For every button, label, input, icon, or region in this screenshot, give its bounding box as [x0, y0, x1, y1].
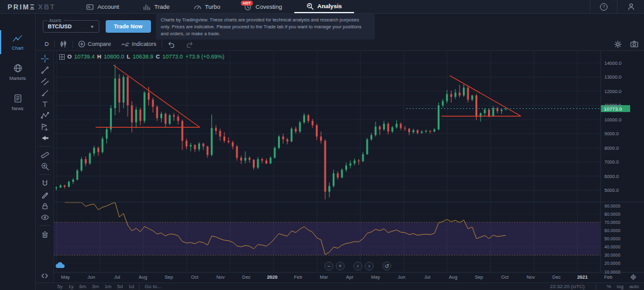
range-1d[interactable]: 1d — [128, 284, 134, 289]
drawing-toolbar — [36, 51, 54, 282]
low-value: 10638.9 — [133, 53, 153, 60]
remove-drawings[interactable] — [40, 230, 50, 238]
svg-text:2020: 2020 — [267, 274, 277, 280]
open-label: O — [67, 53, 72, 60]
tab-label: Analysis — [318, 3, 342, 9]
turbo-gauge-icon — [194, 3, 201, 11]
logo-prime-text: PRIMΞ — [8, 3, 36, 11]
assets-select[interactable]: Assets BTC/USD ▼ — [43, 20, 99, 33]
main-tabs: Account Trade Turbo HOT Covesting Analys… — [74, 0, 354, 13]
rsi-axis[interactable]: 90.000080.000070.000060.000050.000040.00… — [604, 204, 620, 274]
user-profile-button[interactable] — [617, 0, 644, 13]
indicators-wave-icon — [121, 40, 130, 48]
toolbar-divider — [39, 174, 50, 175]
zoom-in-tool[interactable] — [40, 162, 50, 170]
globe-icon — [13, 64, 23, 73]
pencil-icon — [41, 191, 49, 199]
snapshot-button[interactable] — [630, 40, 638, 48]
brush-tool[interactable] — [40, 88, 50, 97]
interval-button[interactable]: D — [40, 41, 54, 47]
compare-button[interactable]: Compare — [73, 40, 116, 48]
svg-text:90.0000: 90.0000 — [604, 204, 620, 208]
undo-button[interactable] — [162, 41, 180, 48]
ohlc-legend[interactable]: O10739.4 H10800.0 L10638.9 C10773.0 +73.… — [59, 53, 225, 60]
svg-text:10000.0: 10000.0 — [604, 117, 621, 123]
arrow-tool[interactable] — [40, 133, 50, 142]
pattern-tool[interactable] — [40, 111, 50, 120]
svg-text:12000.0: 12000.0 — [604, 89, 621, 94]
scroll-left-button[interactable]: ‹ — [353, 262, 362, 270]
svg-text:30.0000: 30.0000 — [604, 253, 620, 257]
text-tool-icon — [41, 100, 49, 108]
tab-label: Account — [97, 3, 119, 10]
goto-button[interactable]: Go to... — [145, 284, 161, 289]
clock-utc[interactable]: 22:32:20 (UTC) — [550, 284, 584, 289]
hot-badge: HOT — [241, 1, 253, 6]
trash-icon — [41, 230, 49, 238]
sidebar-item-news[interactable]: News — [0, 88, 35, 117]
rsi-band — [54, 222, 601, 255]
tab-turbo[interactable]: Turbo — [182, 0, 232, 13]
measure-tool[interactable] — [40, 150, 50, 159]
candle-style-button[interactable] — [55, 40, 72, 48]
crosshair-tool[interactable] — [40, 54, 50, 63]
primexbt-logo[interactable]: PRIMΞ XBT — [0, 0, 74, 13]
hide-drawings[interactable] — [40, 213, 50, 221]
topbar-right-actions: ? — [590, 0, 644, 13]
range-1y[interactable]: 1y — [68, 284, 73, 289]
auto-scale-button[interactable]: auto — [629, 284, 639, 289]
range-5d[interactable]: 5d — [117, 284, 123, 289]
sidebar-item-markets[interactable]: Markets — [0, 58, 35, 87]
text-tool[interactable] — [40, 99, 50, 108]
zoom-in-button[interactable]: + — [336, 262, 345, 270]
chevron-down-icon: ▼ — [90, 25, 94, 29]
channel-tool[interactable] — [40, 77, 50, 86]
time-axis-settings-icon[interactable] — [631, 274, 636, 280]
range-6m[interactable]: 6m — [79, 284, 86, 289]
chart-panel: D Compare Indicators — [36, 38, 644, 290]
tab-analysis[interactable]: Analysis — [294, 0, 354, 13]
price-chart-canvas[interactable]: 10773.014000.013000.012000.011000.010000… — [54, 51, 644, 282]
svg-text:2021: 2021 — [577, 274, 588, 280]
open-value: 10739.4 — [74, 53, 95, 60]
forecast-tool[interactable] — [40, 122, 50, 131]
collapse-arrows-icon — [40, 273, 49, 279]
top-navigation-bar: PRIMΞ XBT Account Trade Turbo HOT Covest… — [0, 0, 644, 14]
help-button[interactable]: ? — [590, 0, 617, 13]
sidebar-item-chart[interactable]: Chart — [0, 28, 35, 57]
lock-drawings[interactable] — [40, 201, 50, 210]
magnet-mode[interactable] — [40, 179, 50, 187]
drawing-mode[interactable] — [40, 190, 50, 199]
chart-navigation: − + ‹ › ↺ — [325, 262, 391, 270]
svg-text:Jul: Jul — [425, 274, 431, 280]
zoom-out-button[interactable]: − — [325, 262, 333, 270]
redo-button[interactable] — [180, 41, 199, 48]
trend-line-tool[interactable] — [40, 65, 50, 74]
indicators-label: Indicators — [132, 41, 157, 47]
svg-text:Aug: Aug — [139, 274, 147, 280]
indicators-button[interactable]: Indicators — [116, 40, 162, 48]
collapse-toolbar-button[interactable] — [40, 273, 49, 279]
time-axis[interactable]: MayJunJulAugSepOctNovDec2020FebMarAprMay… — [61, 274, 613, 280]
svg-text:Nov: Nov — [526, 274, 535, 280]
trade-now-button[interactable]: Trade Now — [106, 20, 151, 33]
svg-text:Apr: Apr — [346, 274, 353, 280]
log-scale-button[interactable]: log — [617, 284, 624, 289]
chart-settings-button[interactable] — [614, 40, 622, 48]
low-label: L — [127, 53, 131, 60]
scroll-right-button[interactable]: › — [365, 262, 374, 270]
svg-text:Dec: Dec — [242, 274, 251, 280]
compare-label: Compare — [88, 41, 111, 47]
arrow-icon — [41, 134, 49, 142]
tab-covesting[interactable]: HOT Covesting — [232, 0, 294, 13]
percent-scale-button[interactable]: % — [607, 284, 611, 289]
tab-account[interactable]: Account — [74, 0, 131, 13]
range-5y[interactable]: 5y — [57, 284, 62, 289]
tab-trade[interactable]: Trade — [131, 0, 181, 13]
range-3m[interactable]: 3m — [92, 284, 99, 289]
price-axis[interactable]: 14000.013000.012000.011000.010000.09000.… — [604, 60, 621, 194]
range-1m[interactable]: 1m — [104, 284, 111, 289]
reset-chart-button[interactable]: ↺ — [382, 262, 391, 270]
svg-text:Oct: Oct — [501, 274, 509, 280]
publish-idea-button[interactable] — [55, 262, 65, 269]
